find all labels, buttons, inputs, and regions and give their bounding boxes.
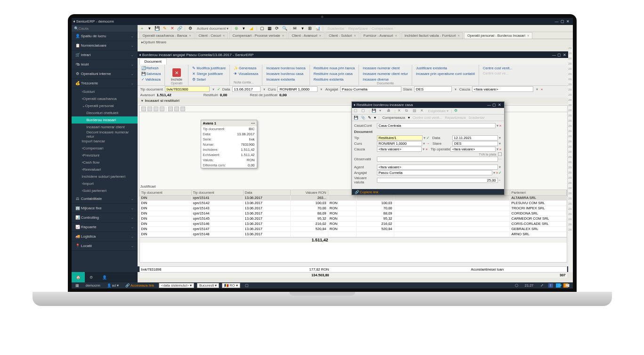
tip-document-field[interactable]: bvk/7831900 [165, 86, 210, 92]
modal-stare-field[interactable]: DES [452, 141, 498, 146]
sidebar-item-logistica[interactable]: 🚚 Logistica⌄ [72, 232, 138, 241]
validate-button[interactable]: ✓ Valideaza [141, 77, 161, 82]
sidebar-item-nomenclatoare[interactable]: 📋 Nomenclatoare⌄ [72, 41, 138, 50]
modal-data-field[interactable]: 12.11.2021 [452, 135, 498, 140]
modal-minimize-icon[interactable]: — [487, 103, 492, 107]
gear-icon[interactable]: ⚙ [187, 25, 193, 31]
tab-7[interactable]: Operatii personal - Borderou Incasari× [464, 32, 532, 39]
tab-3[interactable]: Client - Avansuri× [288, 32, 325, 39]
sidebar-sub-importbancar[interactable]: Import bancar [72, 138, 138, 145]
sidebar-item-iesiri[interactable]: 🛍 Iesiri⌄ [72, 60, 138, 69]
sidebar-sub-solduri[interactable]: › Solduri [72, 88, 138, 95]
observatii-field[interactable] [377, 157, 498, 162]
mail-icon[interactable]: ✉ [292, 25, 298, 31]
table-row[interactable]: DINopn/1514513.06.201795,32RON95,32CARME… [140, 216, 567, 222]
valoare-field[interactable]: 25,00 [377, 178, 498, 183]
delete-icon[interactable]: ✕ [170, 25, 175, 31]
sidebar-sub-decontretur[interactable]: Decont incasare numerar retur [72, 131, 138, 138]
search-input[interactable]: 🔍 Cauta [72, 25, 138, 32]
sidebar-item-controlling[interactable]: 📊 Controlling⌄ [72, 213, 138, 223]
popup-menu-icon[interactable]: ⋯ [251, 121, 255, 125]
sidebar-sub-opcasa[interactable]: › Operatii casa/banca [72, 95, 138, 102]
docwin-tab[interactable]: Document [139, 58, 167, 65]
refresh-button[interactable]: 🔄 Refresh [141, 66, 161, 71]
maximize-icon[interactable]: ▢ [560, 19, 565, 24]
sidebar-sub-previziuni[interactable]: › Previziuni [72, 152, 138, 159]
home-button[interactable]: 🏠 [72, 272, 85, 282]
tool-icon[interactable]: ▾ [147, 25, 153, 31]
filter-bar[interactable]: ▸ Optiuni filtrare [138, 39, 573, 45]
sidebar-item-trezorerie[interactable]: 💰 Trezorerie⌄ [72, 79, 138, 88]
tip-field[interactable]: Restituire/1 [377, 135, 423, 140]
actions-dropdown[interactable]: Actiuni document ▾ [197, 26, 229, 31]
docwin-minimize-icon[interactable]: — [552, 53, 557, 57]
sidebar-item-contabilitate[interactable]: ⚖ Contabilitate⌄ [72, 194, 138, 204]
gear-icon[interactable]: ⚙ [85, 272, 98, 282]
modify-button[interactable]: ✎ Modifica justificare [192, 66, 226, 71]
sidebar-sub-soldpart[interactable]: › Sold parteneri [72, 187, 138, 194]
grid-icon[interactable]: ▦ [73, 283, 81, 288]
agent-field[interactable]: <fara valoare> [377, 165, 498, 170]
tab-0[interactable]: Operatii casa/banca - Banca× [139, 32, 195, 39]
generate-button[interactable]: ✨ Genereaza [234, 66, 258, 71]
highlight-icon[interactable]: ◢ [249, 25, 254, 31]
save-icon[interactable]: 💾 [155, 25, 160, 31]
tab-2[interactable]: Compensari - Procese verbale× [229, 32, 287, 39]
sidebar-item-mijloace[interactable]: 🏢 Mijloace fixe⌄ [72, 204, 138, 213]
angajat-field[interactable]: Pascu Cornelia [340, 86, 401, 92]
tab-1[interactable]: Client - Cecuri× [196, 32, 228, 39]
table-row[interactable]: DINcpn/1514613.06.2017216,02RON216,02COR… [140, 222, 567, 227]
sidebar-sub-oppers[interactable]: ⌄ Operatii personal [72, 102, 138, 109]
table-row[interactable]: DINcpn/1514813.06.2017ARNO SRL [140, 232, 567, 237]
table-row[interactable]: DINcpn/1514313.06.201770,00RON70,00TROCR… [140, 206, 567, 211]
sidebar-sub-deconturi[interactable]: Deconturi cheltuieli [72, 109, 138, 116]
sidebar-item-locatii[interactable]: 📍 Locatii⌄ [72, 241, 138, 251]
modal-cauza-field[interactable]: <fara valoare> [377, 147, 422, 152]
modal-copy-link[interactable]: 🔗 Copiere link [355, 190, 379, 194]
sidebar-sub-reevaluari[interactable]: › Reevaluari [72, 166, 138, 173]
modal-curs-field[interactable]: RON/BNR 1,0000 [377, 141, 423, 146]
minimize-icon[interactable]: — [554, 19, 560, 24]
modal-maximize-icon[interactable]: ▢ [492, 103, 497, 107]
casa-field[interactable]: Casa Centrala [377, 123, 496, 128]
table-row[interactable]: DINcpn/1514713.06.2017520,84RON520,84GEB… [140, 227, 567, 232]
tab-6[interactable]: Inchideri facturi valuta - Furnizori× [401, 32, 463, 39]
save-button[interactable]: 💾 Salveaza [141, 71, 161, 76]
gear-icon[interactable]: ⚙ [454, 108, 459, 114]
link-icon[interactable]: 🔗 [177, 25, 183, 31]
sidebar-sub-borderou[interactable]: Borderou incasari [72, 116, 138, 124]
sidebar-item-rapoarte[interactable]: 📈 Rapoarte⌄ [72, 223, 138, 232]
docwin-close-icon[interactable]: ✕ [562, 53, 567, 57]
curs-field[interactable]: RON/BNR 1,0000 [277, 86, 318, 92]
visualize-button[interactable]: 👁 Vizualizeaza [234, 71, 258, 76]
settings-button[interactable]: ⚙ Setari [192, 77, 226, 82]
modal-angajat-field[interactable]: Pascu Cornelia [377, 170, 492, 175]
new-icon[interactable]: ＋ [139, 25, 145, 31]
docwin-maximize-icon[interactable]: ▢ [557, 53, 562, 57]
sidebar-item-spatiu[interactable]: 👤 Spatiu de lucru⌄ [72, 32, 138, 41]
table-row[interactable]: DINopn/1514213.06.2017100,03RON100,03PLE… [140, 201, 567, 206]
sidebar-sub-import[interactable]: › Import [72, 180, 138, 187]
sidebar-sub-inchidere[interactable]: Inchidere solduri parteneri [72, 173, 138, 180]
cauza-field[interactable]: <fara valoare> [472, 86, 533, 92]
tab-5[interactable]: Furnizor - Avansuri× [360, 32, 400, 39]
star-icon[interactable]: ⊕ [234, 25, 239, 31]
sidebar-item-intrari[interactable]: 🛒 Intrari⌄ [72, 50, 138, 60]
table-row[interactable]: DINcpn/1514113.06.2017263...ALTAMIRA SRL [140, 196, 567, 201]
justificari-grid[interactable]: Tip document Tip document Data Valoare R… [139, 190, 567, 263]
close-icon[interactable]: ✕ [565, 19, 571, 24]
compenseaza-button[interactable]: Compenseaza [382, 116, 405, 120]
modal-close-icon[interactable]: ✕ [497, 103, 502, 107]
sidebar-item-operatiuni[interactable]: ⚙ Operatiuni interne⌄ [72, 69, 138, 79]
data-field[interactable]: 13.06.2017 [232, 86, 261, 92]
tab-4[interactable]: Client - Solduri× [326, 32, 359, 39]
person-icon[interactable]: 👤 [98, 272, 111, 282]
sidebar-sub-cashflow[interactable]: › Cash flow [72, 159, 138, 166]
close-button[interactable]: ✕ Inchide [170, 67, 183, 83]
edit-icon[interactable]: ✎ [162, 25, 168, 31]
delete-justif-button[interactable]: ✕ Sterge justificare [192, 71, 226, 76]
stare-field[interactable]: DES [414, 86, 452, 92]
sidebar-sub-compensari[interactable]: › Compensari [72, 145, 138, 152]
tipop-field[interactable]: <fara valoare> [450, 147, 496, 152]
table-row[interactable]: DINcpn/1514413.06.201788,09RON88,09CORID… [140, 211, 567, 216]
